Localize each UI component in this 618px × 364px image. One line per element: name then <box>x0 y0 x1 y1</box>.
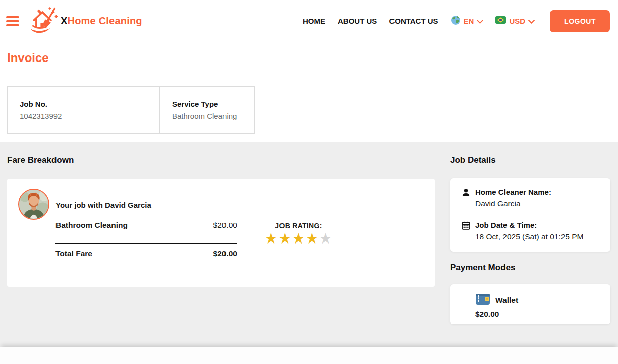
flag-icon <box>495 16 506 26</box>
main-nav: HOME ABOUT US CONTACT US EN <box>303 10 610 32</box>
fare-divider <box>55 243 237 244</box>
star-icon: ★ <box>319 230 333 247</box>
currency-picker[interactable]: USD <box>495 16 535 26</box>
brand-logo[interactable]: XHome Cleaning <box>28 6 142 37</box>
brand-logo-icon <box>28 6 59 37</box>
cleaner-name-label: Home Cleaner Name: <box>475 188 551 196</box>
title-divider <box>0 73 618 73</box>
service-type-value: Bathroom Cleaning <box>172 112 254 120</box>
fare-total-row: Total Fare $20.00 <box>55 249 237 258</box>
fare-breakdown-card: Your job with David Garcia Bathroom Clea… <box>7 179 435 287</box>
cleaner-avatar <box>18 189 49 220</box>
service-type-cell: Service Type Bathroom Cleaning <box>160 87 254 133</box>
fare-line-item: Bathroom Cleaning $20.00 <box>55 221 237 230</box>
job-info-table: Job No. 1042313992 Service Type Bathroom… <box>7 86 255 134</box>
fare-line-item-label: Bathroom Cleaning <box>55 221 128 230</box>
main-content: Fare Breakdown Your job w <box>0 142 618 347</box>
payment-modes-heading: Payment Modes <box>450 263 610 273</box>
nav-home[interactable]: HOME <box>303 17 325 25</box>
header: XHome Cleaning HOME ABOUT US CONTACT US … <box>0 0 618 42</box>
job-datetime-row: Job Date & Time: 18 Oct, 2025 (Sat) at 0… <box>462 221 602 241</box>
job-rating-label: JOB RATING: <box>254 222 343 230</box>
star-icon: ★ <box>265 230 278 247</box>
cleaner-name-row: Home Cleaner Name: David Garcia <box>462 188 602 208</box>
language-value: EN <box>464 17 474 25</box>
job-no-value: 1042313992 <box>20 112 159 120</box>
globe-icon <box>451 15 461 27</box>
wallet-amount: $20.00 <box>475 310 602 319</box>
page-title: Invoice <box>0 42 618 65</box>
job-no-label: Job No. <box>20 100 159 108</box>
calendar-icon <box>462 221 471 241</box>
chevron-down-icon <box>477 17 483 26</box>
job-details-card: Home Cleaner Name: David Garcia Job Date… <box>450 178 610 252</box>
star-icon: ★ <box>292 230 306 247</box>
currency-value: USD <box>509 17 525 25</box>
wallet-row: Wallet <box>475 293 602 308</box>
wallet-method-label: Wallet <box>495 296 518 305</box>
total-fare-label: Total Fare <box>55 249 92 258</box>
hamburger-menu-icon[interactable] <box>6 16 19 26</box>
star-rating[interactable]: ★★★★★ <box>254 231 343 247</box>
star-icon: ★ <box>278 230 292 247</box>
wallet-icon <box>475 293 490 308</box>
service-type-label: Service Type <box>172 100 254 108</box>
job-no-cell: Job No. 1042313992 <box>8 87 160 133</box>
job-datetime-label: Job Date & Time: <box>475 221 584 229</box>
logout-button[interactable]: LOGOUT <box>550 10 610 32</box>
nav-about-us[interactable]: ABOUT US <box>338 17 377 25</box>
invoice-header-section: Invoice Job No. 1042313992 Service Type … <box>0 42 618 142</box>
job-details-heading: Job Details <box>450 155 610 165</box>
job-rating: JOB RATING: ★★★★★ <box>254 222 343 287</box>
total-fare-amount: $20.00 <box>213 249 237 258</box>
fare-line-item-amount: $20.00 <box>213 221 237 230</box>
job-datetime-value: 18 Oct, 2025 (Sat) at 01:25 PM <box>475 232 584 241</box>
fare-breakdown-heading: Fare Breakdown <box>7 155 435 165</box>
chevron-down-icon <box>528 17 535 26</box>
person-icon <box>462 188 471 208</box>
fare-breakdown-column: Fare Breakdown Your job w <box>7 142 435 347</box>
language-picker[interactable]: EN <box>451 15 484 27</box>
footer <box>0 347 618 364</box>
brand-name: XHome Cleaning <box>61 15 142 27</box>
nav-contact-us[interactable]: CONTACT US <box>389 17 438 25</box>
star-icon: ★ <box>306 230 319 247</box>
fare-details: Your job with David Garcia Bathroom Clea… <box>55 189 237 287</box>
cleaner-name-value: David Garcia <box>475 199 551 208</box>
job-details-column: Job Details Home Cleaner Name: David Gar… <box>450 142 610 347</box>
payment-modes-card: Wallet $20.00 <box>450 284 610 324</box>
job-with-text: Your job with David Garcia <box>55 201 237 209</box>
